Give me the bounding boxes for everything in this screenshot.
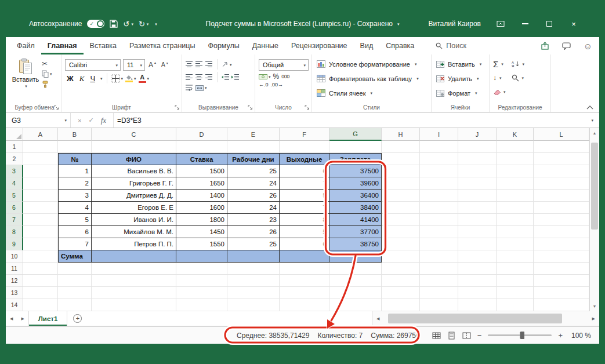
cell-G7[interactable]: 41400	[329, 214, 382, 226]
cell-K3[interactable]	[497, 165, 534, 177]
cell-G1[interactable]	[329, 141, 382, 153]
tab-home[interactable]: Главная	[41, 37, 84, 54]
cell-K12[interactable]	[497, 275, 534, 287]
cell-J5[interactable]	[458, 190, 497, 202]
column-header-B[interactable]: B	[58, 128, 92, 141]
tab-data[interactable]: Данные	[246, 37, 285, 54]
cell-G8[interactable]: 37700	[329, 226, 382, 238]
cell-B14[interactable]	[58, 299, 92, 311]
undo-button[interactable]: ↺▾	[123, 20, 133, 28]
cell-F6[interactable]: 7	[280, 202, 329, 214]
formula-enter-button[interactable]: ✓	[88, 117, 93, 124]
merge-center-button[interactable]: ▾	[195, 85, 207, 91]
horizontal-scrollbar[interactable]: ◀ ▶	[372, 311, 599, 326]
cell-F9[interactable]: 6	[280, 238, 329, 250]
orientation-button[interactable]: ▾	[222, 61, 232, 68]
cell-C14[interactable]	[92, 299, 176, 311]
font-name-select[interactable]: Calibri▾	[65, 59, 121, 71]
cell-L10[interactable]	[534, 250, 589, 263]
cell-F5[interactable]: 5	[280, 190, 329, 202]
percent-style-button[interactable]: %	[273, 73, 280, 80]
format-cells-button[interactable]: Формат ▾	[435, 86, 477, 100]
saved-state-caret-icon[interactable]: ▾	[397, 22, 400, 26]
cell-G2[interactable]: Зарплата	[329, 153, 382, 165]
insert-function-button[interactable]: fx	[101, 116, 106, 125]
cell-I12[interactable]	[420, 275, 458, 287]
collapse-ribbon-icon[interactable]	[586, 105, 593, 110]
tab-view[interactable]: Вид	[354, 37, 380, 54]
cell-J1[interactable]	[458, 141, 497, 153]
row-header-5[interactable]: 5	[6, 190, 23, 202]
fill-button[interactable]: ↓▾	[493, 71, 506, 85]
page-layout-view-button[interactable]	[447, 332, 456, 340]
autosave-toggle[interactable]: ✓	[87, 20, 104, 28]
cell-G5[interactable]: 36400	[329, 190, 382, 202]
sheet-nav-left-icon[interactable]: ◀	[6, 311, 17, 326]
cell-A3[interactable]	[23, 165, 58, 177]
cell-C6[interactable]: Егоров Е. Е	[92, 202, 176, 214]
cell-B2[interactable]: №	[58, 153, 92, 165]
cell-L11[interactable]	[534, 263, 589, 275]
cell-I14[interactable]	[420, 299, 458, 311]
cell-A2[interactable]	[23, 153, 58, 165]
cell-H12[interactable]	[382, 275, 420, 287]
cell-F4[interactable]: 7	[280, 177, 329, 190]
name-box[interactable]: G3 ▾	[6, 113, 71, 128]
cell-A7[interactable]	[23, 214, 58, 226]
cell-L5[interactable]	[534, 190, 589, 202]
align-top-button[interactable]	[186, 61, 193, 68]
cell-I3[interactable]	[420, 165, 458, 177]
zoom-in-button[interactable]: +	[558, 331, 563, 340]
tab-page-layout[interactable]: Разметка страницы	[123, 37, 201, 54]
cell-J14[interactable]	[458, 299, 497, 311]
increase-font-button[interactable]: А▲	[147, 60, 158, 70]
cell-L1[interactable]	[534, 141, 589, 153]
select-all-corner[interactable]	[6, 128, 23, 141]
cell-G13[interactable]	[329, 287, 382, 299]
cell-I8[interactable]	[420, 226, 458, 238]
cell-H8[interactable]	[382, 226, 420, 238]
cell-H13[interactable]	[382, 287, 420, 299]
vscroll-thumb[interactable]	[591, 143, 598, 230]
cell-F10[interactable]	[280, 250, 329, 263]
column-header-C[interactable]: C	[92, 128, 176, 141]
cell-L7[interactable]	[534, 214, 589, 226]
cell-D12[interactable]	[176, 275, 227, 287]
cell-C1[interactable]	[92, 141, 176, 153]
column-header-A[interactable]: A	[23, 128, 58, 141]
cell-F3[interactable]: 6	[280, 165, 329, 177]
search-box[interactable]: Поиск	[436, 37, 466, 54]
cell-I2[interactable]	[420, 153, 458, 165]
cell-B5[interactable]: 3	[58, 190, 92, 202]
tab-help[interactable]: Справка	[379, 37, 421, 54]
cell-K9[interactable]	[497, 238, 534, 250]
paste-button[interactable]: Вставить ▾	[12, 57, 39, 88]
cell-D5[interactable]: 1400	[176, 190, 227, 202]
fill-color-button[interactable]: ▾	[125, 75, 136, 82]
increase-decimal-button[interactable]: ←.0	[259, 82, 269, 88]
align-middle-button[interactable]	[195, 61, 203, 68]
cell-C5[interactable]: Дмитриев Д. Д.	[92, 190, 176, 202]
cell-I4[interactable]	[420, 177, 458, 190]
wrap-text-button[interactable]	[186, 85, 193, 91]
status-average[interactable]: Среднее: 38535,71429	[237, 332, 309, 340]
cell-E14[interactable]	[227, 299, 280, 311]
cell-G6[interactable]: 38400	[329, 202, 382, 214]
cell-F14[interactable]	[280, 299, 329, 311]
cell-C4[interactable]: Григорьев Г. Г.	[92, 177, 176, 190]
ribbon-display-options-icon[interactable]	[496, 19, 505, 28]
cell-F1[interactable]	[280, 141, 329, 153]
vertical-scrollbar[interactable]: ▲ ▼	[589, 128, 599, 311]
share-icon[interactable]	[541, 42, 549, 50]
comma-style-button[interactable]: 000	[281, 74, 289, 79]
cell-A10[interactable]	[23, 250, 58, 263]
font-size-select[interactable]: 11▾	[123, 59, 145, 71]
cell-D1[interactable]	[176, 141, 227, 153]
cell-C12[interactable]	[92, 275, 176, 287]
cell-E6[interactable]: 24	[227, 202, 280, 214]
zoom-out-button[interactable]: −	[477, 331, 482, 340]
cell-H14[interactable]	[382, 299, 420, 311]
cell-I7[interactable]	[420, 214, 458, 226]
align-right-button[interactable]	[205, 74, 213, 81]
cell-E3[interactable]: 25	[227, 165, 280, 177]
